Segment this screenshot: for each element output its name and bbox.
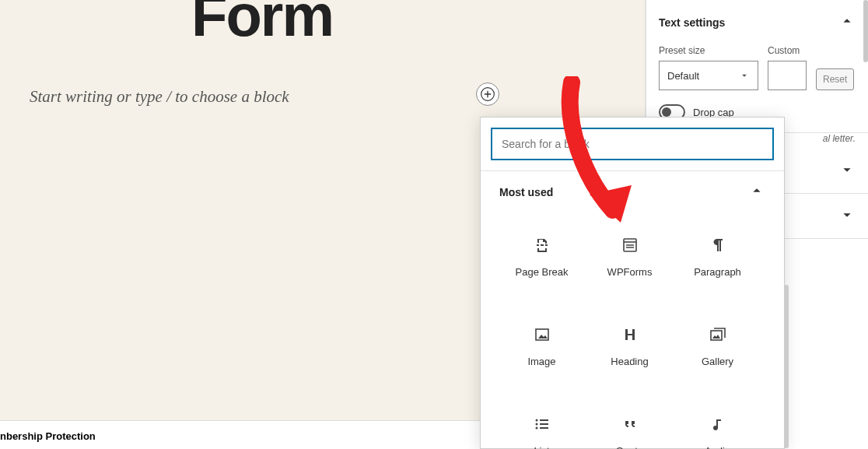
- block-picker-popover: Most used Page Break WPForms: [480, 117, 785, 449]
- page-title: Form: [191, 0, 333, 49]
- custom-size-label: Custom: [768, 45, 807, 56]
- chevron-up-icon: [838, 12, 856, 33]
- chevron-up-icon: [748, 182, 765, 202]
- block-label: Quote: [616, 445, 643, 449]
- preset-size-value: Default: [667, 70, 699, 82]
- text-settings-panel: Text settings Preset size Default Custom…: [646, 0, 868, 133]
- image-icon: [532, 324, 552, 345]
- block-item-list[interactable]: List: [498, 391, 586, 449]
- svg-rect-3: [711, 331, 722, 340]
- chevron-down-icon: [739, 70, 750, 81]
- block-label: List: [534, 445, 549, 449]
- block-label: Heading: [611, 356, 648, 367]
- block-item-page-break[interactable]: Page Break: [498, 212, 586, 301]
- block-label: Page Break: [516, 266, 569, 278]
- block-label: Gallery: [702, 356, 733, 367]
- block-item-gallery[interactable]: Gallery: [674, 301, 761, 391]
- block-item-image[interactable]: Image: [498, 301, 586, 391]
- block-label: Audio: [705, 445, 730, 449]
- svg-point-5: [535, 423, 537, 426]
- block-label: Paragraph: [694, 266, 741, 278]
- paragraph-icon: [708, 235, 728, 255]
- paragraph-placeholder[interactable]: Start writing or type / to choose a bloc…: [30, 87, 289, 107]
- block-label: WPForms: [607, 266, 653, 278]
- svg-point-6: [535, 427, 537, 430]
- panel-toggle[interactable]: Text settings: [646, 0, 868, 45]
- plus-circle-icon: [480, 86, 495, 102]
- block-picker-scrollbar[interactable]: [784, 285, 789, 448]
- block-item-heading[interactable]: Heading: [586, 301, 674, 391]
- chevron-down-icon: [838, 206, 856, 226]
- gallery-icon: [708, 324, 728, 345]
- reset-button[interactable]: Reset: [816, 68, 854, 90]
- block-label: Image: [527, 356, 555, 367]
- preset-size-select[interactable]: Default: [659, 61, 758, 90]
- quote-icon: [620, 414, 640, 434]
- block-section-header[interactable]: Most used: [481, 171, 784, 207]
- heading-icon: [620, 324, 640, 345]
- preset-size-label: Preset size: [659, 45, 758, 56]
- chevron-down-icon: [838, 161, 856, 181]
- wpforms-icon: [620, 235, 640, 255]
- svg-point-4: [535, 419, 537, 422]
- page-break-icon: [532, 235, 552, 255]
- sidebar-scrollbar[interactable]: [863, 0, 868, 62]
- block-item-audio[interactable]: Audio: [674, 391, 761, 449]
- block-item-wpforms[interactable]: WPForms: [586, 212, 674, 301]
- block-item-quote[interactable]: Quote: [586, 391, 674, 449]
- list-icon: [532, 414, 552, 434]
- custom-size-input[interactable]: [768, 61, 807, 90]
- add-block-button[interactable]: [476, 82, 499, 106]
- panel-title: Text settings: [659, 16, 725, 29]
- block-section-title: Most used: [499, 186, 553, 198]
- block-search-input[interactable]: [492, 128, 773, 160]
- audio-icon: [708, 414, 728, 434]
- block-item-paragraph[interactable]: Paragraph: [674, 212, 761, 301]
